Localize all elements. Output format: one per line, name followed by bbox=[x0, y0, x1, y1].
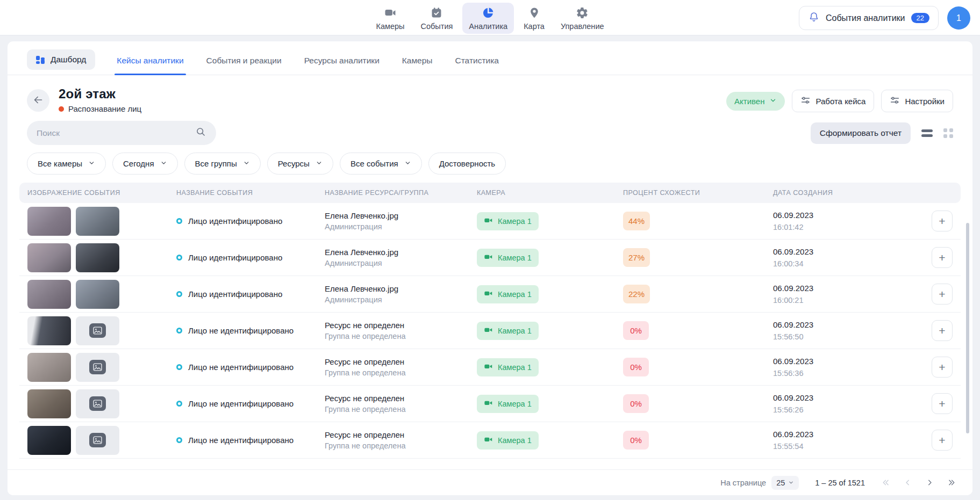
add-button[interactable]: + bbox=[932, 211, 953, 231]
camera-chip[interactable]: Камера 1 bbox=[477, 212, 539, 230]
camera-chip[interactable]: Камера 1 bbox=[477, 395, 539, 413]
tab-analytics-resources[interactable]: Ресурсы аналитики bbox=[303, 48, 381, 75]
tab-analytics-cases[interactable]: Кейсы аналитики bbox=[116, 48, 184, 75]
resource-name: Ресурс не определен bbox=[325, 356, 477, 367]
table-row[interactable]: Лицо не идентифицировано Ресурс не опред… bbox=[19, 386, 961, 422]
event-thumbnail[interactable] bbox=[27, 243, 71, 272]
image-placeholder[interactable] bbox=[76, 353, 119, 382]
add-button[interactable]: + bbox=[932, 247, 953, 268]
list-view-icon[interactable] bbox=[921, 129, 933, 137]
event-name: Лицо не идентифицировано bbox=[188, 326, 294, 335]
tab-statistics[interactable]: Статистика bbox=[454, 48, 499, 75]
add-button[interactable]: + bbox=[932, 320, 953, 341]
event-status-icon bbox=[176, 437, 182, 443]
event-thumbnail[interactable] bbox=[27, 389, 71, 418]
filter-label: Ресурсы bbox=[278, 159, 310, 168]
add-button[interactable]: + bbox=[932, 430, 953, 451]
search-input[interactable] bbox=[37, 128, 195, 138]
event-thumbnail[interactable] bbox=[27, 353, 71, 382]
user-avatar[interactable]: 1 bbox=[947, 6, 970, 30]
back-button[interactable] bbox=[27, 89, 49, 112]
table-row[interactable]: Лицо идентифицировано Елена Левченко.jpg… bbox=[19, 276, 961, 313]
view-toggle bbox=[921, 128, 953, 138]
table-row[interactable]: Лицо идентифицировано Елена Левченко.jpg… bbox=[19, 203, 961, 240]
nav-item-analytics[interactable]: Аналитика bbox=[462, 3, 514, 34]
vertical-scrollbar[interactable] bbox=[966, 223, 969, 433]
column-header-resource-group: НАЗВАНИЕ РЕСУРСА/ГРУППА bbox=[325, 189, 477, 197]
event-thumbnail[interactable] bbox=[76, 243, 119, 272]
arrow-left-icon bbox=[32, 94, 44, 107]
event-name: Лицо не идентифицировано bbox=[188, 363, 294, 372]
event-thumbnail[interactable] bbox=[27, 207, 71, 236]
table-row[interactable]: Лицо идентифицировано Елена Левченко.jpg… bbox=[19, 240, 961, 276]
add-button[interactable]: + bbox=[932, 284, 953, 305]
add-button[interactable]: + bbox=[932, 357, 953, 378]
camera-icon bbox=[484, 216, 493, 226]
thumbnails bbox=[27, 207, 176, 236]
resource-group: Администрация bbox=[325, 258, 477, 269]
event-thumbnail[interactable] bbox=[27, 280, 71, 309]
created-cell: 06.09.2023 15:56:36 bbox=[773, 356, 917, 379]
tab-dashboard[interactable]: Дашборд bbox=[27, 49, 95, 70]
camera-icon bbox=[484, 326, 493, 336]
event-name-cell: Лицо не идентифицировано bbox=[176, 326, 325, 335]
tab-cameras[interactable]: Камеры bbox=[401, 48, 434, 75]
event-thumbnail[interactable] bbox=[27, 426, 71, 455]
nav-item-management[interactable]: Управление bbox=[554, 3, 611, 34]
similarity-badge: 22% bbox=[623, 285, 650, 303]
camera-chip[interactable]: Камера 1 bbox=[477, 322, 539, 340]
nav-item-map[interactable]: Карта bbox=[517, 3, 551, 34]
filter-confidence[interactable]: Достоверность bbox=[428, 153, 506, 175]
event-thumbnail[interactable] bbox=[76, 207, 119, 236]
tab-events-reactions[interactable]: События и реакции bbox=[205, 48, 283, 75]
event-status-icon bbox=[176, 255, 182, 260]
camera-chip[interactable]: Камера 1 bbox=[477, 285, 539, 303]
analytics-icon bbox=[482, 6, 495, 21]
resource-name: Елена Левченко.jpg bbox=[325, 210, 477, 221]
chevron-down-icon bbox=[316, 159, 323, 168]
image-placeholder[interactable] bbox=[76, 389, 119, 418]
last-page-button[interactable] bbox=[947, 478, 956, 487]
search-icon[interactable] bbox=[195, 126, 206, 140]
first-page-button[interactable] bbox=[881, 478, 890, 487]
topbar-right: События аналитики 22 1 bbox=[799, 6, 970, 30]
filter-resources[interactable]: Ресурсы bbox=[267, 153, 333, 175]
camera-chip[interactable]: Камера 1 bbox=[477, 431, 539, 450]
thumbnails bbox=[27, 280, 176, 309]
next-page-button[interactable] bbox=[925, 478, 934, 487]
filter-date-today[interactable]: Сегодня bbox=[112, 153, 178, 175]
case-status-dropdown[interactable]: Активен bbox=[726, 92, 785, 111]
resource-name: Ресурс не определен bbox=[325, 320, 477, 331]
event-thumbnail[interactable] bbox=[27, 316, 71, 345]
table-row[interactable]: Лицо не идентифицировано Ресурс не опред… bbox=[19, 313, 961, 349]
filters: Все камеры Сегодня Все группы Ресурсы Вс… bbox=[8, 148, 972, 183]
table-row[interactable]: Лицо не идентифицировано Ресурс не опред… bbox=[19, 422, 961, 459]
generate-report-button[interactable]: Сформировать отчет bbox=[811, 122, 911, 144]
camera-icon bbox=[384, 6, 397, 21]
nav-item-cameras[interactable]: Камеры bbox=[369, 3, 411, 34]
image-placeholder[interactable] bbox=[76, 316, 119, 345]
chevron-down-icon bbox=[243, 159, 250, 168]
case-settings-button[interactable]: Настройки bbox=[881, 90, 953, 112]
thumbnails bbox=[27, 426, 176, 455]
filter-all-cameras[interactable]: Все камеры bbox=[27, 153, 106, 175]
nav-item-events[interactable]: События bbox=[414, 3, 459, 34]
per-page-label: На странице bbox=[720, 479, 766, 487]
image-placeholder[interactable] bbox=[76, 426, 119, 455]
filter-all-groups[interactable]: Все группы bbox=[184, 153, 261, 175]
filter-all-events[interactable]: Все события bbox=[340, 153, 422, 175]
resource-group: Группа не определена bbox=[325, 367, 477, 378]
grid-view-icon[interactable] bbox=[943, 128, 953, 138]
case-work-button[interactable]: Работа кейса bbox=[792, 90, 874, 112]
camera-chip[interactable]: Камера 1 bbox=[477, 358, 539, 376]
add-button[interactable]: + bbox=[932, 393, 953, 414]
analytics-events-button[interactable]: События аналитики 22 bbox=[799, 6, 939, 30]
per-page-select[interactable]: 25 bbox=[771, 476, 799, 490]
resource-cell: Ресурс не определен Группа не определена bbox=[325, 320, 477, 342]
event-thumbnail[interactable] bbox=[76, 280, 119, 309]
sliders-icon bbox=[800, 96, 811, 106]
table-row[interactable]: Лицо не идентифицировано Ресурс не опред… bbox=[19, 349, 961, 386]
resource-name: Ресурс не определен bbox=[325, 429, 477, 440]
camera-chip[interactable]: Камера 1 bbox=[477, 249, 539, 267]
previous-page-button[interactable] bbox=[903, 478, 912, 487]
